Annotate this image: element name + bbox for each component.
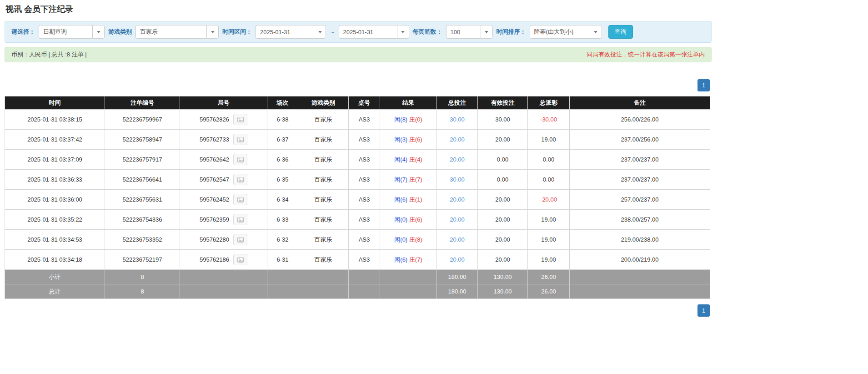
round-replay-button[interactable] [233,214,247,225]
column-header: 总派彩 [528,96,570,110]
page-number-button[interactable]: 1 [697,304,710,317]
round-replay-button[interactable] [233,234,247,245]
cell-total-bet: 20.00 [437,250,478,270]
cell-session: 6-35 [267,170,298,190]
column-header: 总投注 [437,96,478,110]
time-range-label: 时间区间： [222,28,252,36]
image-icon [237,197,244,202]
caret-down-icon [97,31,100,33]
round-replay-button[interactable] [233,134,247,145]
search-button[interactable]: 查询 [608,25,633,39]
total-bet-link[interactable]: 20.00 [450,216,465,223]
round-number: 595762186 [200,256,229,263]
cell-time: 2025-01-31 03:35:22 [5,210,105,230]
round-replay-button[interactable] [233,254,247,265]
page-title: 视讯 会员下注纪录 [5,4,712,15]
page-number-button[interactable]: 1 [697,79,710,91]
cell-result: 闲(8) 庄(0) [380,110,437,130]
date-from-combobox [256,25,326,39]
cell-round: 595762826 [180,110,267,130]
cell-table-no: AS3 [349,210,380,230]
select-type-input[interactable] [39,25,92,39]
game-type-input[interactable] [135,25,206,39]
cell-bet-id: 522236758947 [105,130,180,150]
total-bet-link[interactable]: 20.00 [450,136,465,143]
column-header: 注单编号 [105,96,180,110]
result-banker: 庄(4) [409,156,422,163]
round-number: 595762280 [200,236,229,243]
page-size-input[interactable] [446,25,481,39]
cell-result: 闲(0) 庄(8) [380,230,437,250]
cell-session: 6-32 [267,230,298,250]
cell-valid-bet: 0.00 [478,150,528,170]
cell-session: 6-37 [267,130,298,150]
cell-round: 595762359 [180,210,267,230]
table-row: 2025-01-31 03:36:00522236755631595762452… [5,190,710,210]
total-bet-link[interactable]: 20.00 [450,236,465,243]
pagination-bottom: 1 [5,304,710,317]
result-banker: 庄(1) [409,196,422,203]
cell-note: 257.00/237.00 [570,190,710,210]
cell-total-bet: 20.00 [437,210,478,230]
round-replay-button[interactable] [233,194,247,205]
cell-payout: 0.00 [528,150,570,170]
cell-note: 200.00/219.00 [570,250,710,270]
table-row: 2025-01-31 03:37:42522236758947595762733… [5,130,710,150]
cell-round: 595762733 [180,130,267,150]
footer-empty-cell [267,284,298,299]
select-type-dropdown-button[interactable] [92,25,105,39]
footer-total-bet: 180.00 [437,284,478,299]
round-replay-button[interactable] [233,114,247,125]
image-icon [237,257,244,263]
column-header: 局号 [180,96,267,110]
cell-round: 595762642 [180,150,267,170]
date-from-dropdown-button[interactable] [314,25,326,39]
footer-empty-cell [267,270,298,284]
round-replay-button[interactable] [233,154,247,165]
page-size-dropdown-button[interactable] [481,25,493,39]
cell-payout: 0.00 [528,170,570,190]
round-replay-button[interactable] [233,174,247,185]
total-bet-link[interactable]: 30.00 [450,176,465,183]
table-footer-row: 小计8180.00130.0026.00 [5,270,710,284]
footer-count: 8 [105,284,180,299]
date-to-dropdown-button[interactable] [397,25,409,39]
date-from-input[interactable] [256,25,314,39]
game-type-label: 游戏类别 [108,28,132,36]
cell-valid-bet: 20.00 [478,190,528,210]
cell-valid-bet: 20.00 [478,250,528,270]
cell-bet-id: 522236757917 [105,150,180,170]
cell-bet-id: 522236752197 [105,250,180,270]
cell-round: 595762452 [180,190,267,210]
cell-table-no: AS3 [349,130,380,150]
total-bet-link[interactable]: 20.00 [450,256,465,263]
filter-bar: 请选择： 游戏类别 时间区间： ~ 每页笔数： 时间排序： [5,21,712,43]
round-number: 595762547 [200,176,229,183]
cell-result: 闲(6) 庄(7) [380,250,437,270]
cell-result: 闲(4) 庄(4) [380,150,437,170]
sort-order-dropdown-button[interactable] [590,25,602,39]
cell-game-type: 百家乐 [298,250,349,270]
cell-total-bet: 20.00 [437,190,478,210]
total-bet-link[interactable]: 20.00 [450,196,465,203]
date-to-input[interactable] [339,25,397,39]
result-banker: 庄(8) [409,236,422,243]
cell-game-type: 百家乐 [298,190,349,210]
cell-round: 595762280 [180,230,267,250]
column-header: 时间 [5,96,105,110]
sort-order-input[interactable] [530,25,590,39]
footer-total-bet: 180.00 [437,270,478,284]
cell-game-type: 百家乐 [298,130,349,150]
cell-total-bet: 20.00 [437,230,478,250]
cell-session: 6-36 [267,150,298,170]
column-header: 游戏类别 [298,96,349,110]
total-bet-link[interactable]: 20.00 [450,156,465,163]
pagination-top: 1 [5,79,710,91]
column-header: 有效投注 [478,96,528,110]
game-type-dropdown-button[interactable] [206,25,219,39]
sort-order-label: 时间排序： [497,28,526,36]
total-bet-link[interactable]: 30.00 [450,116,465,123]
footer-empty-cell [349,284,380,299]
cell-table-no: AS3 [349,250,380,270]
cell-round: 595762547 [180,170,267,190]
